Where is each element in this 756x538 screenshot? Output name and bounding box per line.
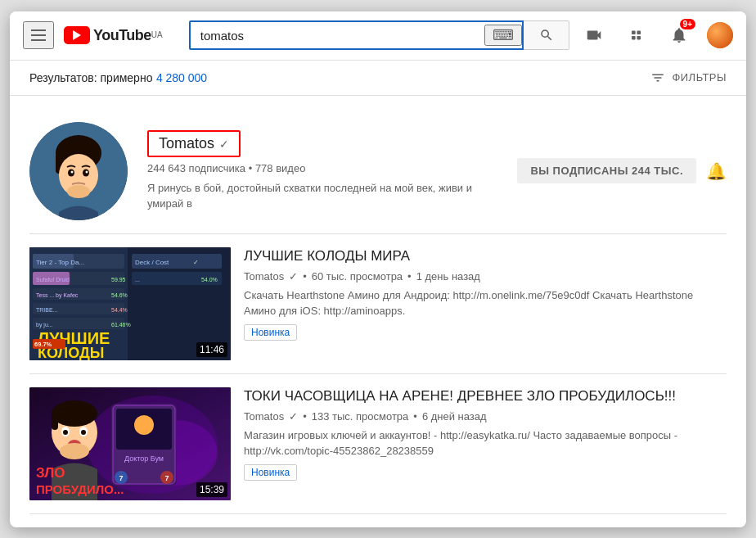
- video-channel-1[interactable]: Tomatos: [244, 270, 284, 283]
- video-channel-2[interactable]: Tomatos: [244, 410, 284, 423]
- search-input-wrap: ⌨: [189, 20, 524, 50]
- video-result-1: Tier 2 - Top Da... SufafuI Druid 59.95 T…: [29, 234, 727, 374]
- keyboard-icon-button[interactable]: ⌨: [484, 25, 522, 46]
- channel-avatar-svg: [29, 122, 128, 220]
- video-duration-1: 11:46: [196, 342, 227, 357]
- svg-text:61.46%: 61.46%: [111, 322, 131, 328]
- results-number: 4 280 000: [156, 71, 207, 84]
- svg-point-42: [52, 400, 97, 427]
- search-button[interactable]: [524, 20, 569, 50]
- youtube-logo[interactable]: YouTube UA: [64, 26, 163, 44]
- svg-point-47: [81, 430, 86, 435]
- channel-subscribers: 244 643 подписчика: [147, 162, 245, 174]
- channel-name-row: Tomatos ✓: [147, 130, 497, 157]
- video-info-2: ТОКИ ЧАСОВЩИЦА НА АРЕНЕ! ДРЕВНЕЕ ЗЛО ПРО…: [244, 387, 727, 500]
- youtube-country-label: UA: [151, 30, 163, 39]
- search-area: ⌨: [189, 20, 569, 50]
- svg-text:✓: ✓: [193, 259, 199, 266]
- channel-name: Tomatos: [159, 135, 214, 152]
- results-count: Результатов: примерно 4 280 000: [29, 70, 207, 85]
- grid-icon: [628, 26, 646, 44]
- svg-text:by ju...: by ju...: [36, 322, 53, 328]
- video-title-2[interactable]: ТОКИ ЧАСОВЩИЦА НА АРЕНЕ! ДРЕВНЕЕ ЗЛО ПРО…: [244, 387, 727, 405]
- svg-text:Доктор Бум: Доктор Бум: [124, 454, 164, 463]
- channel-dot: •: [249, 162, 255, 174]
- video-views-2: 133 тыс. просмотра: [312, 410, 409, 423]
- filter-icon: [650, 70, 665, 85]
- svg-text:54.6%: 54.6%: [111, 292, 128, 298]
- video-description-1: Скачать Hearthstone Амино для Андроид: h…: [244, 287, 727, 319]
- channel-avatar-image: [29, 122, 128, 220]
- date-dot-2: •: [413, 410, 417, 423]
- video-thumbnail-1[interactable]: Tier 2 - Top Da... SufafuI Druid 59.95 T…: [29, 247, 231, 360]
- svg-text:54.0%: 54.0%: [201, 277, 218, 283]
- video-thumbnail-2[interactable]: Доктор Бум 7 7 ЗЛО ПРОБУДИЛО... 15:39: [29, 387, 231, 500]
- channel-videos: 778 видео: [255, 162, 306, 174]
- svg-point-7: [86, 170, 88, 173]
- search-input[interactable]: [191, 29, 484, 43]
- svg-text:7: 7: [119, 474, 123, 482]
- camera-icon: [585, 26, 603, 44]
- svg-text:Deck / Cost: Deck / Cost: [135, 259, 169, 266]
- header: YouTube UA ⌨: [10, 11, 746, 61]
- channel-result: Tomatos ✓ 244 643 подписчика • 778 видео…: [29, 109, 727, 234]
- user-avatar[interactable]: [707, 22, 733, 48]
- video-meta-1: Tomatos ✓ • 60 тыс. просмотра • 1 день н…: [244, 270, 727, 283]
- svg-point-8: [67, 185, 90, 198]
- main-content: Tomatos ✓ 244 643 подписчика • 778 видео…: [10, 96, 746, 527]
- video-views-1: 60 тыс. просмотра: [312, 270, 403, 283]
- upload-video-button[interactable]: [579, 20, 609, 50]
- channel-stats: 244 643 подписчика • 778 видео: [147, 162, 497, 174]
- notification-badge: 9+: [680, 19, 695, 29]
- channel-name-highlight: Tomatos ✓: [147, 130, 241, 157]
- apps-button[interactable]: [622, 20, 651, 50]
- subscribe-area: ВЫ ПОДПИСАНЫ 244 ТЫС. 🔔: [517, 158, 727, 183]
- results-bar: Результатов: примерно 4 280 000 ФИЛЬТРЫ: [10, 61, 746, 96]
- views-dot-2: •: [303, 410, 307, 423]
- svg-point-49: [60, 443, 89, 459]
- video-result-2: Доктор Бум 7 7 ЗЛО ПРОБУДИЛО... 15:39: [29, 374, 727, 514]
- video-date-2: 6 дней назад: [422, 410, 487, 423]
- svg-text:TRIBE...: TRIBE...: [36, 307, 58, 313]
- svg-text:...: ...: [135, 277, 140, 283]
- notification-wrap: 9+: [664, 20, 694, 50]
- channel-info: Tomatos ✓ 244 643 подписчика • 778 видео…: [147, 130, 497, 210]
- header-right: 9+: [579, 20, 733, 50]
- svg-point-6: [71, 170, 74, 173]
- svg-point-53: [134, 415, 154, 435]
- svg-text:Tier 2 - Top Da...: Tier 2 - Top Da...: [36, 259, 84, 266]
- svg-text:ЗЛО: ЗЛО: [36, 465, 65, 481]
- video-description-2: Магазин игровых ключей и аккаунтов! - ht…: [244, 427, 727, 459]
- video-title-1[interactable]: ЛУЧШИЕ КОЛОДЫ МИРА: [244, 247, 727, 265]
- verified-icon-2: ✓: [289, 410, 298, 423]
- channel-avatar[interactable]: [29, 122, 128, 220]
- svg-text:ПРОБУДИЛО...: ПРОБУДИЛО...: [36, 482, 124, 496]
- video-date-1: 1 день назад: [416, 270, 480, 283]
- browser-window: YouTube UA ⌨: [10, 11, 746, 527]
- video-tag-1[interactable]: Новинка: [244, 324, 297, 341]
- svg-text:69.7%: 69.7%: [34, 341, 52, 348]
- views-dot-1: •: [303, 270, 307, 283]
- channel-bell-button[interactable]: 🔔: [706, 161, 727, 181]
- video-info-1: ЛУЧШИЕ КОЛОДЫ МИРА Tomatos ✓ • 60 тыс. п…: [244, 247, 727, 360]
- svg-text:7: 7: [164, 474, 169, 482]
- youtube-logo-text: YouTube: [93, 27, 151, 44]
- video-duration-2: 15:39: [196, 482, 227, 497]
- subscribed-button[interactable]: ВЫ ПОДПИСАНЫ 244 ТЫС.: [517, 158, 696, 183]
- hamburger-button[interactable]: [23, 21, 54, 49]
- svg-text:Tess ... by Kafec: Tess ... by Kafec: [36, 292, 79, 299]
- results-label: Результатов: примерно: [29, 71, 152, 84]
- svg-text:54.4%: 54.4%: [111, 307, 128, 313]
- search-icon: [539, 28, 554, 43]
- filter-label: ФИЛЬТРЫ: [672, 71, 727, 84]
- svg-text:SufafuI Druid: SufafuI Druid: [36, 277, 70, 283]
- svg-text:59.95: 59.95: [111, 277, 126, 283]
- svg-rect-43: [52, 414, 58, 430]
- video-meta-2: Tomatos ✓ • 133 тыс. просмотра • 6 дней …: [244, 410, 727, 423]
- video-tag-2[interactable]: Новинка: [244, 464, 297, 481]
- channel-description: Я ринусь в бой, достойный схватки послед…: [147, 181, 497, 210]
- verified-icon: ✓: [219, 138, 229, 151]
- verified-icon-1: ✓: [289, 270, 298, 283]
- date-dot-1: •: [407, 270, 412, 283]
- filter-button[interactable]: ФИЛЬТРЫ: [650, 70, 727, 85]
